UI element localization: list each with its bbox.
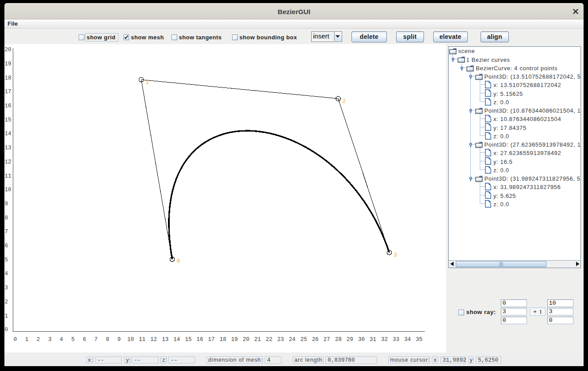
svg-text:19: 19	[5, 61, 11, 67]
svg-text:31: 31	[370, 337, 376, 343]
svg-text:33: 33	[393, 337, 399, 343]
svg-text:10: 10	[127, 337, 134, 343]
svg-text:29: 29	[347, 337, 353, 343]
svg-text:32: 32	[381, 337, 388, 343]
svg-text:0: 0	[177, 258, 180, 265]
svg-text:1: 1	[5, 313, 8, 319]
svg-text:16: 16	[196, 337, 203, 343]
svg-text:12: 12	[150, 337, 157, 343]
svg-text:35: 35	[416, 337, 422, 343]
svg-text:14: 14	[173, 337, 180, 343]
svg-text:17: 17	[208, 337, 215, 343]
svg-text:8: 8	[5, 215, 8, 221]
svg-text:34: 34	[404, 337, 411, 343]
svg-text:23: 23	[277, 337, 284, 343]
svg-text:11: 11	[139, 337, 145, 343]
svg-text:27: 27	[324, 337, 330, 343]
svg-text:0: 0	[5, 327, 8, 333]
svg-text:2: 2	[343, 98, 346, 105]
svg-text:6: 6	[83, 337, 86, 343]
svg-text:12: 12	[5, 159, 11, 165]
svg-text:3: 3	[5, 285, 8, 291]
svg-text:1: 1	[25, 337, 29, 343]
svg-text:1: 1	[146, 80, 149, 86]
svg-text:13: 13	[162, 337, 168, 343]
svg-text:18: 18	[220, 337, 226, 343]
svg-text:7: 7	[5, 229, 8, 235]
svg-text:4: 4	[60, 337, 63, 343]
svg-text:3: 3	[48, 337, 52, 343]
svg-text:14: 14	[5, 131, 11, 137]
svg-text:17: 17	[5, 89, 11, 95]
svg-text:7: 7	[94, 337, 98, 343]
svg-text:5: 5	[71, 337, 75, 343]
svg-text:9: 9	[118, 337, 121, 343]
svg-text:4: 4	[5, 271, 8, 277]
svg-text:21: 21	[254, 337, 261, 343]
svg-text:2: 2	[5, 299, 8, 305]
svg-text:20: 20	[5, 47, 11, 53]
svg-text:28: 28	[335, 337, 342, 343]
svg-text:10: 10	[5, 187, 11, 193]
svg-text:25: 25	[300, 337, 307, 343]
svg-text:13: 13	[5, 145, 11, 151]
svg-text:6: 6	[5, 243, 8, 249]
svg-text:2: 2	[37, 337, 40, 343]
svg-text:16: 16	[5, 103, 11, 109]
svg-text:8: 8	[106, 337, 109, 343]
svg-text:0: 0	[14, 337, 17, 343]
svg-text:19: 19	[231, 337, 238, 343]
svg-text:24: 24	[289, 337, 295, 343]
svg-text:15: 15	[185, 337, 191, 343]
svg-text:15: 15	[5, 117, 11, 123]
svg-text:22: 22	[266, 337, 272, 343]
svg-text:11: 11	[5, 173, 11, 179]
svg-text:30: 30	[358, 337, 365, 343]
svg-text:18: 18	[5, 75, 11, 81]
svg-text:20: 20	[243, 337, 249, 343]
svg-text:3: 3	[394, 252, 397, 258]
svg-text:9: 9	[5, 201, 8, 207]
svg-text:5: 5	[5, 257, 8, 263]
svg-text:26: 26	[312, 337, 318, 343]
